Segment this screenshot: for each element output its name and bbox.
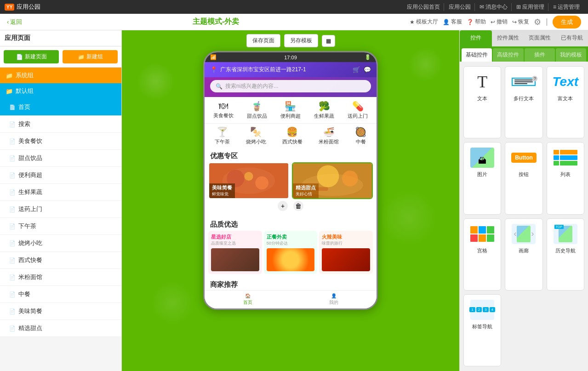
promo-images: 美味简餐 鲜觉味觉 <box>208 162 373 199</box>
cat-bbq[interactable]: 🍢 烧烤小吃 <box>246 126 266 145</box>
back-icon: ‹ <box>7 18 9 25</box>
tab-nav[interactable]: 已有导航 <box>556 30 588 46</box>
cat-fresh[interactable]: 🥦 生鲜果蔬 <box>314 101 334 120</box>
widget-gallery[interactable]: 画廊 <box>505 218 542 291</box>
main-toolbar: ‹ 返回 主题模式-外卖 ★ 模板大厅 👤 客服 ❓ 帮助 ↩ 撤销 ↪ 恢复 … <box>0 14 588 30</box>
cat-noodle[interactable]: 🍜 米粉面馆 <box>319 126 339 145</box>
cart-icon[interactable]: 🛒 <box>353 66 360 73</box>
cat-western[interactable]: 🍔 西式快餐 <box>282 126 303 145</box>
subtab-basic[interactable]: 基础控件 <box>462 48 492 62</box>
nav-appmanage-link[interactable]: ⊞ 应用管理 <box>513 3 548 11</box>
tab-widgets[interactable]: 控件 <box>460 30 492 46</box>
nav-message-link[interactable]: ✉ 消息中心 <box>476 3 512 11</box>
promo-card-2[interactable]: 精选甜点 美好心情 <box>292 162 373 199</box>
help-link[interactable]: ❓ 帮助 <box>467 18 486 26</box>
sidebar-item-convenience[interactable]: 📄 便利商超 <box>0 167 121 184</box>
settings-button[interactable]: ⚙ <box>534 17 541 27</box>
cat-dessert[interactable]: 🧋 甜点饮品 <box>247 101 267 120</box>
sidebar-item-chinese[interactable]: 📄 中餐 <box>0 286 121 303</box>
phone-address-bar: 📍 广东省深圳市宝安区前进一路217-1 🛒 💬 <box>205 62 377 77</box>
sidebar-item-noodle[interactable]: 📄 米粉面馆 <box>0 269 121 286</box>
subtab-advanced[interactable]: 高级控件 <box>493 48 523 62</box>
nav-app-link[interactable]: 应用公园 <box>445 3 475 11</box>
new-group-button[interactable]: 📁 新建组 <box>63 50 118 63</box>
tab-page-props[interactable]: 页面属性 <box>524 30 556 46</box>
sidebar-item-western[interactable]: 📄 西式快餐 <box>0 252 121 269</box>
quality-sub-2: 50分钟必达 <box>267 240 315 246</box>
cat-chinese[interactable]: 🥘 中餐 <box>355 126 366 145</box>
cat-food[interactable]: 🍽 美食餐饮 <box>213 101 234 120</box>
widget-text-icon: T <box>468 70 496 93</box>
sidebar-item-fresh[interactable]: 📄 生鲜果蔬 <box>0 184 121 201</box>
svg-point-8 <box>342 171 358 186</box>
sidebar-item-bbq[interactable]: 📄 烧烤小吃 <box>0 235 121 252</box>
svg-point-3 <box>255 176 268 189</box>
widget-button-label: 按钮 <box>519 171 529 178</box>
page-icon-food: 📄 <box>9 138 16 144</box>
sidebar-group-system[interactable]: 📁 系统组 <box>0 68 121 83</box>
promo-add-button[interactable]: + <box>278 201 288 211</box>
widget-richtext-label: 富文本 <box>558 95 573 102</box>
sidebar-item-medicine[interactable]: 📄 送药上门 <box>0 201 121 218</box>
undo-link[interactable]: ↩ 撤销 <box>491 18 508 26</box>
sidebar-group-default[interactable]: 📁 默认组 <box>0 83 121 99</box>
back-button[interactable]: ‹ 返回 <box>7 18 22 26</box>
quality-item-1[interactable]: 星选好店 品质臻至之选 <box>208 231 262 274</box>
chat-icon[interactable]: 💬 <box>364 66 371 73</box>
service-link[interactable]: 👤 客服 <box>443 18 462 26</box>
logo-icon: YY <box>5 4 14 11</box>
template-hall-link[interactable]: ★ 模板大厅 <box>410 18 438 26</box>
svg-point-7 <box>317 166 339 188</box>
cat-tea[interactable]: 🍸 下午茶 <box>215 126 230 145</box>
widgets-grid: T 文本 多行文本 Text 富文本 <box>460 62 588 371</box>
quality-img-1 <box>211 248 259 271</box>
save-template-button[interactable]: 另存模板 <box>284 34 318 47</box>
sidebar-item-tea[interactable]: 📄 下午茶 <box>0 218 121 235</box>
widget-image[interactable]: 🏔 图片 <box>463 142 501 214</box>
subtab-mytemplate[interactable]: 我的模板 <box>556 48 586 62</box>
quality-item-2[interactable]: 正餐外卖 50分钟必达 <box>264 231 318 274</box>
cat-medicine[interactable]: 💊 送药上门 <box>348 101 368 120</box>
quality-item-3[interactable]: 火辣美味 味蕾的旅行 <box>319 231 373 274</box>
sidebar-item-sweetdessert[interactable]: 📄 精选甜点 <box>0 320 121 337</box>
subtab-plugin[interactable]: 插件 <box>525 48 555 62</box>
tab-widget-props[interactable]: 控件属性 <box>492 30 524 46</box>
page-icon-simple: 📄 <box>9 308 16 314</box>
promo-delete-button[interactable]: 🗑 <box>293 201 303 211</box>
phone-bottom-nav: 🏠 首页 👤 我的 <box>205 290 377 308</box>
nav-ops-link[interactable]: ≡ 运营管理 <box>549 3 583 11</box>
widget-grid[interactable]: 宫格 <box>463 218 501 291</box>
cat-dessert-icon: 🧋 <box>251 101 263 112</box>
redo-link[interactable]: ↪ 恢复 <box>512 18 529 26</box>
logo: YY 应用公园 <box>5 3 40 11</box>
promo-section-title: 优惠专区 <box>205 148 377 162</box>
nav-home-link[interactable]: 应用公园首页 <box>403 3 444 11</box>
widget-grid-label: 宫格 <box>477 247 487 254</box>
cat-convenience[interactable]: 🏪 便利商超 <box>280 101 301 120</box>
widget-richtext[interactable]: Text 富文本 <box>547 66 584 138</box>
save-page-button[interactable]: 保存页面 <box>246 34 280 47</box>
sidebar-item-simple[interactable]: 📄 美味简餐 <box>0 303 121 320</box>
widget-list[interactable]: 列表 <box>547 142 584 214</box>
widget-multitext[interactable]: 多行文本 <box>505 66 542 138</box>
widget-history[interactable]: TOP 历史导航 <box>547 218 584 291</box>
sidebar-item-dessert[interactable]: 📄 甜点饮品 <box>0 150 121 167</box>
widget-text[interactable]: T 文本 <box>463 66 501 138</box>
qr-button[interactable]: ▦ <box>322 35 335 47</box>
cat-bbq-icon: 🍢 <box>250 126 262 137</box>
phone-search-input[interactable]: 🔍 搜索ni感兴趣的内容... <box>210 80 371 92</box>
promo-card-1[interactable]: 美味简餐 鲜觉味觉 <box>208 162 289 199</box>
sidebar-item-food[interactable]: 📄 美食餐饮 <box>0 133 121 150</box>
sidebar-item-home[interactable]: 📄 首页 <box>0 99 121 116</box>
new-page-button[interactable]: 📄 新建页面 <box>4 50 59 63</box>
signal-icon: 📶 <box>210 54 217 60</box>
widget-button[interactable]: Button 按钮 <box>505 142 542 214</box>
quality-title-1: 星选好店 <box>211 234 259 240</box>
widget-tagnav[interactable]: 1 2 3 4 标签导航 <box>463 294 501 366</box>
sidebar-item-search[interactable]: 📄 搜索 <box>0 116 121 133</box>
quality-sub-3: 味蕾的旅行 <box>322 240 370 246</box>
bottom-nav-home[interactable]: 🏠 首页 <box>243 293 252 306</box>
bottom-nav-mine[interactable]: 👤 我的 <box>329 293 338 306</box>
generate-button[interactable]: 生成 <box>553 16 581 29</box>
page-icon-bbq: 📄 <box>9 240 16 246</box>
